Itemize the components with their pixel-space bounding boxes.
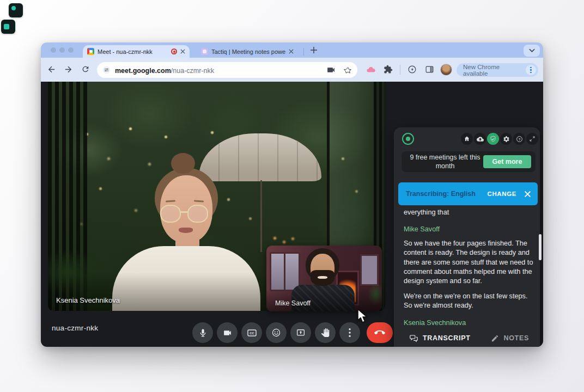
tab-label: TRANSCRIPT <box>423 334 471 342</box>
settings-button[interactable] <box>500 133 512 145</box>
close-window-button[interactable] <box>51 47 56 53</box>
address-bar[interactable]: meet.google.com/nua-czmr-nkk <box>97 62 357 78</box>
home-icon <box>464 136 470 142</box>
transcribing-label: Transcribing: English <box>406 190 476 198</box>
panel-tab-bar: TRANSCRIPT NOTES <box>394 331 540 345</box>
meet-page: Ksenia Svechnikova Mike Savoff nua-czmr-… <box>41 82 543 347</box>
reactions-button[interactable] <box>266 322 287 343</box>
tab-title: Tactiq | Meeting notes power <box>211 48 285 55</box>
side-panel-icon <box>425 65 434 74</box>
meet-favicon-icon <box>87 48 94 55</box>
url-host: meet.google.com <box>115 67 171 75</box>
back-button[interactable] <box>47 65 56 74</box>
glasses <box>187 205 208 223</box>
transcript-speaker: Ksenia Svechnikova <box>404 318 538 328</box>
minimize-window-button[interactable] <box>59 47 65 53</box>
svg-text:CC: CC <box>250 332 254 335</box>
profile-avatar[interactable] <box>440 64 452 76</box>
end-call-button[interactable] <box>367 322 393 343</box>
glasses-bridge <box>181 211 187 213</box>
browser-window: Meet - nua-czmr-nkk Tactiq | Meeting not… <box>41 42 543 347</box>
wood-slats-left <box>48 82 87 311</box>
svg-text:?: ? <box>518 137 520 140</box>
raise-hand-icon <box>321 328 330 337</box>
cloud-upload-icon <box>477 136 484 143</box>
transcript-speaker: Mike Savoff <box>404 225 538 234</box>
bookmark-star-icon[interactable] <box>343 66 352 75</box>
meeting-code: nua-czmr-nkk <box>52 324 98 332</box>
chrome-update-button[interactable]: New Chrome available <box>457 63 538 77</box>
side-panel-button[interactable] <box>425 65 434 74</box>
tab-label: NOTES <box>503 334 529 342</box>
participant-smile <box>179 228 193 233</box>
mouse-cursor <box>357 309 370 324</box>
forward-arrow-icon <box>64 65 73 74</box>
tab-transcript[interactable]: TRANSCRIPT <box>409 334 471 342</box>
desktop-widget-icon[interactable] <box>1 20 15 34</box>
reload-button[interactable] <box>81 65 90 74</box>
forward-button[interactable] <box>64 65 73 74</box>
url-path: /nua-czmr-nkk <box>171 67 214 75</box>
back-arrow-icon <box>47 65 56 74</box>
participant-hair-bun <box>171 153 195 174</box>
glasses <box>160 205 181 223</box>
raise-hand-button[interactable] <box>315 322 336 343</box>
quota-banner: 9 free meetings left this month Get more <box>402 151 536 172</box>
change-language-button[interactable]: CHANGE <box>488 191 516 197</box>
shield-check-icon <box>490 136 496 142</box>
tab-meet[interactable]: Meet - nua-czmr-nkk <box>83 45 190 58</box>
tab-notes[interactable]: NOTES <box>491 334 529 342</box>
close-banner-icon[interactable] <box>524 191 531 198</box>
browser-menu-icon[interactable] <box>526 65 536 75</box>
home-button[interactable] <box>461 133 473 145</box>
participant-torso <box>291 285 355 311</box>
privacy-shield-button[interactable] <box>487 133 499 145</box>
pencil-icon <box>491 334 499 342</box>
gear-icon <box>503 136 510 143</box>
tactiq-panel: ? 9 free meetings left this month Get mo… <box>394 127 540 347</box>
help-button[interactable]: ? <box>513 133 525 145</box>
collapse-panel-button[interactable] <box>526 133 538 145</box>
desktop: Meet - nua-czmr-nkk Tactiq | Meeting not… <box>0 0 584 392</box>
desktop-widget-icon[interactable] <box>9 3 23 17</box>
end-call-icon <box>374 327 385 338</box>
transcript-list[interactable]: everything that Mike Savoff So we have t… <box>404 208 538 329</box>
new-tab-button[interactable] <box>310 46 318 54</box>
pink-cloud-icon <box>366 65 376 75</box>
extensions-button[interactable] <box>384 65 393 74</box>
plant <box>367 281 382 308</box>
maximize-window-button[interactable] <box>68 47 74 53</box>
url-text: meet.google.com/nua-czmr-nkk <box>115 65 214 75</box>
get-more-button[interactable]: Get more <box>483 155 531 168</box>
performance-button[interactable] <box>407 65 417 74</box>
tab-search-button[interactable] <box>524 45 540 57</box>
upload-button[interactable] <box>474 133 486 145</box>
transcript-text: So we have the four pages finished. The … <box>404 239 538 286</box>
captions-button[interactable]: CC <box>241 322 262 343</box>
transcript-scrollbar[interactable] <box>539 234 542 260</box>
camera-icon <box>223 328 232 338</box>
reload-icon <box>81 65 90 74</box>
site-settings-icon[interactable] <box>102 66 111 74</box>
participant-torso <box>112 246 260 311</box>
status-square-icon <box>4 24 9 29</box>
tab-tactiq[interactable]: Tactiq | Meeting notes power <box>197 45 298 58</box>
close-tab-icon[interactable] <box>289 49 294 54</box>
participant-name-label: Ksenia Svechnikova <box>56 296 120 304</box>
microphone-button[interactable] <box>192 322 213 343</box>
video-tile-pip[interactable]: Mike Savoff <box>266 246 382 311</box>
tactiq-logo-icon <box>402 133 414 145</box>
window <box>270 252 300 291</box>
puzzle-piece-icon <box>384 65 393 74</box>
tab-capture-camera-icon[interactable] <box>326 65 336 75</box>
patio-umbrella <box>199 133 321 181</box>
close-tab-icon[interactable] <box>180 49 185 54</box>
microphone-icon <box>198 328 208 338</box>
present-screen-button[interactable] <box>290 322 311 343</box>
captions-icon: CC <box>247 328 257 338</box>
tactiq-extension-button[interactable] <box>366 65 376 75</box>
camera-button[interactable] <box>217 322 238 343</box>
more-options-button[interactable] <box>339 322 360 343</box>
performance-icon <box>407 65 417 74</box>
chat-bubbles-icon <box>409 334 418 342</box>
